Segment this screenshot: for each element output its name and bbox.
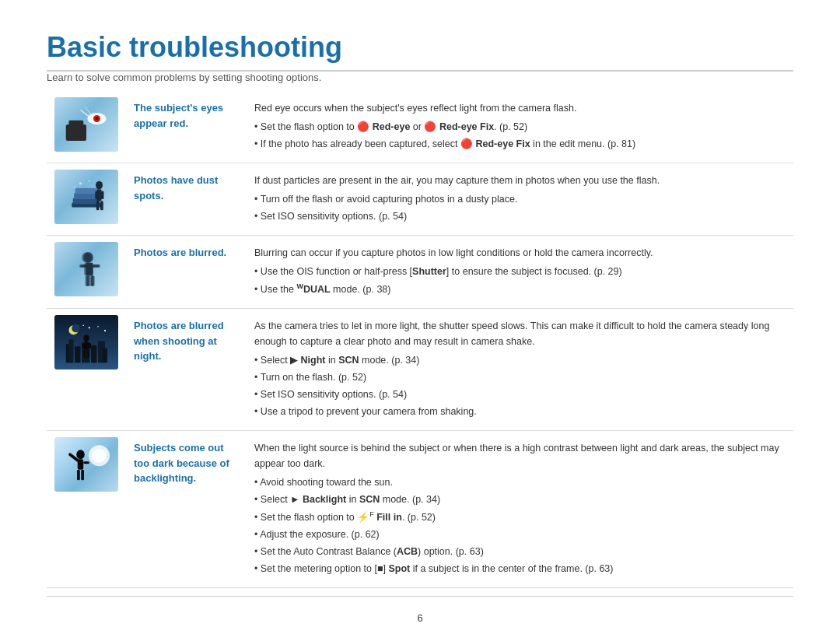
svg-rect-31: [81, 264, 88, 268]
troubleshooting-table: The subject's eyesappear red. Red eye oc…: [47, 91, 793, 588]
bullet-item: Set the Auto Contrast Balance (ACB) opti…: [254, 544, 786, 559]
label-cell-red-eye: The subject's eyesappear red.: [126, 91, 247, 163]
svg-rect-10: [75, 188, 98, 194]
svg-point-19: [74, 186, 75, 187]
image-red-eye: [54, 97, 118, 152]
desc-cell-red-eye: Red eye occurs when the subject's eyes r…: [247, 91, 793, 163]
svg-rect-50: [89, 343, 91, 349]
svg-rect-51: [83, 350, 86, 359]
image-blurred: [54, 242, 118, 296]
desc-intro-dust: If dust particles are present in the air…: [254, 175, 660, 186]
desc-cell-backlight: When the light source is behind the subj…: [247, 431, 793, 588]
svg-point-17: [79, 182, 82, 184]
svg-rect-33: [93, 264, 100, 268]
image-backlight: [54, 437, 118, 492]
desc-cell-dust: If dust particles are present in the air…: [247, 163, 793, 236]
image-cell-night: [47, 309, 126, 431]
image-cell-dust: [47, 163, 126, 236]
svg-rect-60: [81, 470, 84, 481]
svg-point-43: [89, 327, 90, 328]
label-cell-backlight: Subjects come outtoo dark because ofback…: [126, 431, 247, 588]
svg-rect-48: [84, 342, 89, 350]
table-row: Photos have dustspots. If dust particles…: [47, 163, 793, 236]
label-night: Photos are blurredwhen shooting atnight.: [134, 320, 224, 362]
svg-rect-40: [103, 349, 107, 363]
svg-point-4: [95, 117, 99, 121]
svg-point-44: [97, 326, 99, 328]
svg-point-18: [89, 180, 90, 182]
desc-intro-blurred: Blurring can occur if you capture photos…: [254, 247, 653, 258]
svg-point-46: [83, 325, 85, 327]
svg-rect-15: [96, 201, 100, 210]
bullet-item: Adjust the exposure. (p. 62): [254, 527, 786, 542]
page-title: Basic troubleshooting: [47, 31, 793, 64]
desc-bullets-blurred: Use the OIS function or half-press [Shut…: [254, 264, 786, 297]
table-row: Subjects come outtoo dark because ofback…: [47, 431, 793, 588]
svg-rect-36: [75, 346, 81, 363]
desc-intro-night: As the camera tries to let in more light…: [254, 321, 769, 347]
desc-intro-red-eye: Red eye occurs when the subject's eyes r…: [254, 103, 576, 114]
svg-line-57: [70, 454, 78, 461]
svg-point-45: [104, 330, 106, 331]
bullet-item: Use a tripod to prevent your camera from…: [254, 404, 786, 419]
desc-bullets-night: Select ▶ Night in SCN mode. (p. 34) Turn…: [254, 352, 786, 419]
table-row: The subject's eyesappear red. Red eye oc…: [47, 91, 793, 163]
bullet-item: Set the metering option to [■] Spot if a…: [254, 561, 786, 576]
desc-cell-night: As the camera tries to let in more light…: [247, 309, 793, 431]
bullet-item: Set the flash option to ⚡F Fill in. (p. …: [254, 509, 786, 525]
svg-rect-1: [69, 121, 84, 127]
bullet-item: Select ▶ Night in SCN mode. (p. 34): [254, 352, 786, 368]
label-dust: Photos have dustspots.: [134, 174, 218, 201]
svg-rect-16: [100, 201, 103, 210]
desc-intro-backlight: When the light source is behind the subj…: [254, 443, 779, 469]
bullet-item: Avoid shooting toward the sun.: [254, 475, 786, 490]
svg-point-22: [84, 252, 93, 263]
svg-rect-27: [86, 275, 90, 286]
bullet-item: Select ► Backlight in SCN mode. (p. 34): [254, 492, 786, 507]
bullet-item: Use the WDUAL mode. (p. 38): [254, 281, 786, 297]
svg-point-11: [96, 181, 103, 190]
svg-rect-29: [91, 275, 95, 286]
svg-rect-25: [86, 263, 93, 276]
bullet-item: Use the OIS function or half-press [Shut…: [254, 264, 786, 279]
svg-rect-52: [87, 350, 89, 359]
image-cell-backlight: [47, 431, 126, 588]
svg-rect-35: [69, 339, 74, 363]
label-red-eye: The subject's eyesappear red.: [134, 102, 223, 129]
svg-rect-13: [95, 191, 98, 200]
svg-point-55: [76, 450, 85, 459]
bottom-divider: [47, 596, 793, 597]
svg-point-54: [93, 449, 107, 463]
bullet-item: Set ISO sensitivity options. (p. 54): [254, 208, 786, 224]
bullet-item: If the photo has already been captured, …: [254, 136, 786, 152]
svg-rect-0: [66, 124, 86, 141]
bullet-item: Turn on the flash. (p. 52): [254, 370, 786, 385]
desc-bullets-backlight: Avoid shooting toward the sun. Select ► …: [254, 475, 786, 576]
bullet-item: Set ISO sensitivity options. (p. 54): [254, 387, 786, 402]
label-blurred: Photos are blurred.: [134, 247, 226, 258]
svg-rect-38: [91, 345, 97, 363]
table-row: Photos are blurred. Blurring can occur i…: [47, 236, 793, 309]
page-number: 6: [47, 612, 793, 624]
svg-line-6: [86, 107, 92, 115]
svg-point-47: [83, 335, 89, 342]
image-dust: [54, 170, 118, 224]
svg-point-42: [72, 324, 80, 333]
bullet-item: Turn off the flash or avoid capturing ph…: [254, 191, 786, 207]
svg-rect-14: [101, 191, 104, 200]
label-cell-blurred: Photos are blurred.: [126, 236, 247, 309]
image-night: [54, 315, 118, 370]
label-cell-dust: Photos have dustspots.: [126, 163, 247, 236]
label-backlight: Subjects come outtoo dark because ofback…: [134, 442, 229, 484]
svg-rect-49: [82, 343, 85, 349]
page-subtitle: Learn to solve common problems by settin…: [47, 72, 793, 83]
desc-cell-blurred: Blurring can occur if you capture photos…: [247, 236, 793, 309]
image-cell-red-eye: [47, 91, 126, 163]
label-cell-night: Photos are blurredwhen shooting atnight.: [126, 309, 247, 431]
desc-bullets-dust: Turn off the flash or avoid capturing ph…: [254, 191, 786, 224]
image-cell-blurred: [47, 236, 126, 309]
svg-rect-59: [77, 470, 80, 481]
bullet-item: Set the flash option to 🔴 Red-eye or 🔴 R…: [254, 119, 786, 135]
desc-bullets-red-eye: Set the flash option to 🔴 Red-eye or 🔴 R…: [254, 119, 786, 152]
table-row: Photos are blurredwhen shooting atnight.…: [47, 309, 793, 431]
